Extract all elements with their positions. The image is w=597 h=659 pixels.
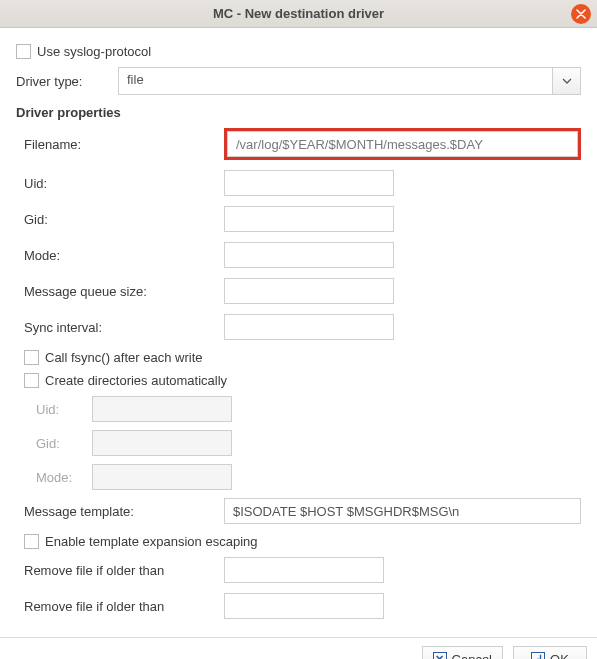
titlebar: MC - New destination driver [0, 0, 597, 28]
remove-older-2-input[interactable] [224, 593, 384, 619]
template-row: Message template: [24, 498, 581, 524]
mqs-label: Message queue size: [24, 284, 224, 299]
sub-uid-label: Uid: [36, 402, 92, 417]
remove-older-1-input[interactable] [224, 557, 384, 583]
ok-label: OK [550, 652, 569, 660]
driver-type-dropdown-button[interactable] [552, 68, 580, 94]
mkdir-checkbox[interactable] [24, 373, 39, 388]
dialog-content: Use syslog-protocol Driver type: file Dr… [0, 28, 597, 637]
escape-label: Enable template expansion escaping [45, 534, 257, 549]
escape-checkbox[interactable] [24, 534, 39, 549]
ok-icon: ↲ [531, 652, 545, 659]
uid-input[interactable] [224, 170, 394, 196]
ok-button[interactable]: ↲ OK [513, 646, 587, 659]
gid-input[interactable] [224, 206, 394, 232]
sub-gid-label: Gid: [36, 436, 92, 451]
sub-gid-input [92, 430, 232, 456]
filename-label: Filename: [24, 137, 224, 152]
sub-mode-input [92, 464, 232, 490]
remove-older-1-row: Remove file if older than [24, 557, 581, 583]
filename-row: Filename: [24, 128, 581, 160]
mode-input[interactable] [224, 242, 394, 268]
sub-mode-row: Mode: [36, 464, 581, 490]
mkdir-subgroup: Uid: Gid: Mode: [24, 396, 581, 490]
filename-highlight [224, 128, 581, 160]
sub-uid-input [92, 396, 232, 422]
sub-mode-label: Mode: [36, 470, 92, 485]
chevron-down-icon [562, 78, 572, 84]
driver-type-label: Driver type: [16, 74, 118, 89]
mode-label: Mode: [24, 248, 224, 263]
template-input[interactable] [224, 498, 581, 524]
uid-label: Uid: [24, 176, 224, 191]
driver-type-select[interactable]: file [118, 67, 581, 95]
sub-uid-row: Uid: [36, 396, 581, 422]
remove-older-2-row: Remove file if older than [24, 593, 581, 619]
close-icon [576, 9, 586, 19]
fsync-label: Call fsync() after each write [45, 350, 203, 365]
sync-label: Sync interval: [24, 320, 224, 335]
window-title: MC - New destination driver [213, 6, 384, 21]
mkdir-row: Create directories automatically [24, 373, 581, 388]
syslog-protocol-checkbox[interactable] [16, 44, 31, 59]
fsync-checkbox[interactable] [24, 350, 39, 365]
cancel-button[interactable]: ✕ Cancel [422, 646, 503, 659]
sub-gid-row: Gid: [36, 430, 581, 456]
driver-type-row: Driver type: file [16, 67, 581, 95]
mqs-row: Message queue size: [24, 278, 581, 304]
cancel-icon: ✕ [433, 652, 447, 659]
gid-row: Gid: [24, 206, 581, 232]
filename-input[interactable] [227, 131, 578, 157]
properties-group: Filename: Uid: Gid: Mode: Message queue … [16, 128, 581, 619]
fsync-row: Call fsync() after each write [24, 350, 581, 365]
mkdir-label: Create directories automatically [45, 373, 227, 388]
mode-row: Mode: [24, 242, 581, 268]
uid-row: Uid: [24, 170, 581, 196]
gid-label: Gid: [24, 212, 224, 227]
escape-row: Enable template expansion escaping [24, 534, 581, 549]
mqs-input[interactable] [224, 278, 394, 304]
driver-type-value: file [119, 68, 552, 94]
button-bar: ✕ Cancel ↲ OK [0, 637, 597, 659]
sync-row: Sync interval: [24, 314, 581, 340]
cancel-label: Cancel [452, 652, 492, 660]
remove-older-2-label: Remove file if older than [24, 599, 224, 614]
close-button[interactable] [571, 4, 591, 24]
sync-input[interactable] [224, 314, 394, 340]
syslog-protocol-row: Use syslog-protocol [16, 44, 581, 59]
section-header: Driver properties [16, 105, 581, 120]
template-label: Message template: [24, 504, 224, 519]
syslog-protocol-label: Use syslog-protocol [37, 44, 151, 59]
remove-older-1-label: Remove file if older than [24, 563, 224, 578]
